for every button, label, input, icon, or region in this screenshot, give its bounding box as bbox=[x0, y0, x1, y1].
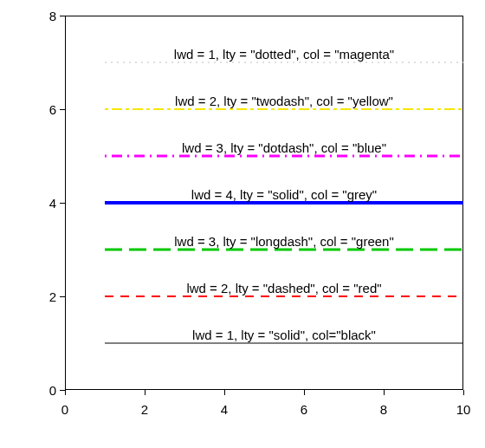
x-tick bbox=[463, 390, 464, 395]
x-tick-label: 0 bbox=[61, 402, 68, 417]
x-tick-label: 4 bbox=[221, 402, 228, 417]
series-label: lwd = 2, lty = "dashed", col = "red" bbox=[184, 281, 383, 295]
series-label: lwd = 1, lty = "dotted", col = "magenta" bbox=[172, 47, 396, 62]
y-tick bbox=[60, 390, 65, 391]
x-tick bbox=[224, 390, 225, 395]
series-label: lwd = 1, lty = "solid", col="black" bbox=[191, 328, 378, 342]
chart-stage: 024681002468 lwd = 1, lty = "solid", col… bbox=[0, 0, 485, 448]
y-tick bbox=[60, 16, 65, 16]
x-tick-label: 6 bbox=[301, 402, 307, 417]
x-tick-label: 8 bbox=[380, 402, 387, 417]
series-label: lwd = 4, lty = "solid", col = "grey" bbox=[190, 187, 378, 202]
y-tick-label: 8 bbox=[41, 9, 56, 23]
x-tick bbox=[384, 390, 385, 395]
x-tick bbox=[304, 390, 305, 395]
series-label: lwd = 2, lty = "twodash", col = "yellow" bbox=[173, 94, 395, 108]
x-tick-label: 2 bbox=[141, 402, 148, 417]
series-label: lwd = 3, lty = "longdash", col = "green" bbox=[172, 234, 396, 249]
x-tick-label: 10 bbox=[456, 402, 471, 417]
series-label: lwd = 3, lty = "dotdash", col = "blue" bbox=[180, 140, 388, 155]
x-tick bbox=[145, 390, 146, 395]
y-tick-label: 0 bbox=[41, 383, 56, 398]
x-tick bbox=[65, 390, 66, 395]
